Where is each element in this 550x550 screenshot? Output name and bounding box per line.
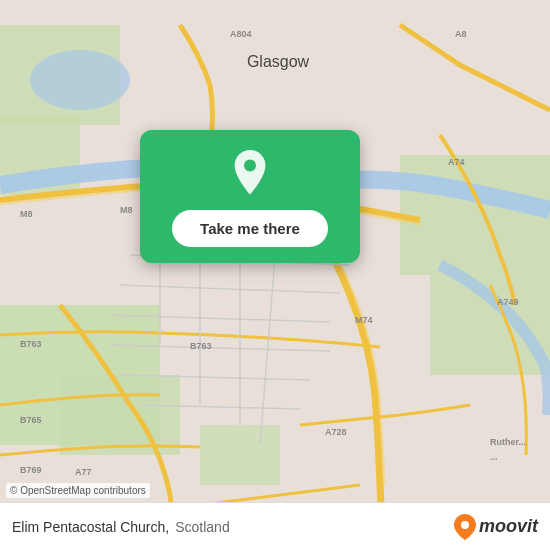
svg-text:A728: A728: [325, 427, 347, 437]
moovit-pin-icon: [454, 514, 476, 540]
svg-text:A8: A8: [455, 29, 467, 39]
take-me-there-button[interactable]: Take me there: [172, 210, 328, 247]
svg-rect-3: [400, 155, 550, 275]
action-card: Take me there: [140, 130, 360, 263]
svg-point-38: [244, 159, 256, 171]
location-name: Elim Pentacostal Church,: [12, 519, 169, 535]
svg-text:A77: A77: [75, 467, 92, 477]
svg-rect-7: [200, 425, 280, 485]
svg-text:A804: A804: [230, 29, 252, 39]
svg-text:B765: B765: [20, 415, 42, 425]
svg-text:...: ...: [490, 452, 498, 462]
map-background: River Clyde A804 A8 M8 M8 M74 A74 A749 B…: [0, 0, 550, 550]
svg-text:Ruther...: Ruther...: [490, 437, 526, 447]
location-info: Elim Pentacostal Church, Scotland: [12, 519, 230, 535]
osm-attribution: © OpenStreetMap contributors: [6, 483, 150, 498]
svg-point-8: [30, 50, 130, 110]
svg-point-39: [461, 521, 469, 529]
svg-text:M8: M8: [20, 209, 33, 219]
svg-text:M8: M8: [120, 205, 133, 215]
moovit-logo: moovit: [454, 514, 538, 540]
map-container: River Clyde A804 A8 M8 M8 M74 A74 A749 B…: [0, 0, 550, 550]
svg-text:Glasgow: Glasgow: [247, 53, 310, 70]
svg-text:B769: B769: [20, 465, 42, 475]
location-pin-icon: [226, 150, 274, 198]
svg-text:A749: A749: [497, 297, 519, 307]
svg-text:M74: M74: [355, 315, 373, 325]
bottom-bar: Elim Pentacostal Church, Scotland moovit: [0, 502, 550, 550]
location-region: Scotland: [175, 519, 229, 535]
svg-text:B763: B763: [190, 341, 212, 351]
svg-text:B763: B763: [20, 339, 42, 349]
moovit-text: moovit: [479, 516, 538, 537]
attribution-text: © OpenStreetMap contributors: [10, 485, 146, 496]
svg-text:A74: A74: [448, 157, 465, 167]
